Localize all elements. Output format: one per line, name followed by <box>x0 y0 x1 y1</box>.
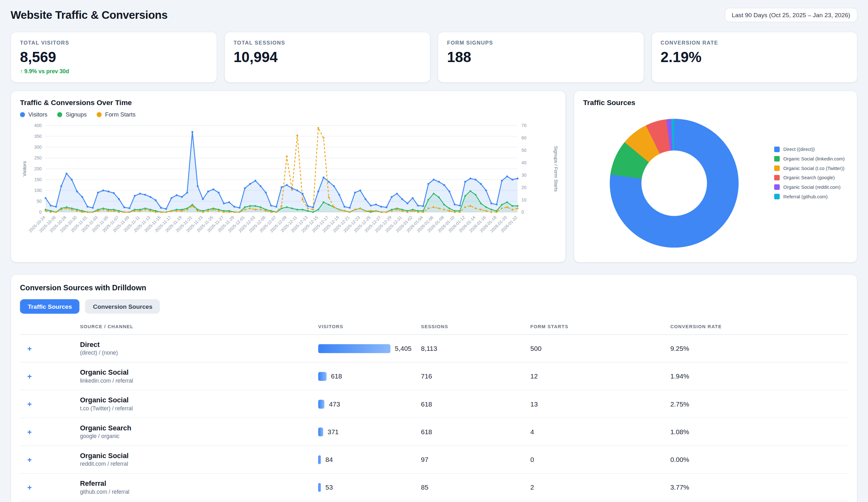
legend-label: Organic Social (t.co (Twitter)) <box>783 166 845 171</box>
visitors-cell: 5,405 <box>318 344 421 353</box>
swatch-icon <box>774 175 780 180</box>
table-row: + Organic Social linkedin.com / referral… <box>20 363 848 390</box>
kpi-label: TOTAL VISITORS <box>20 40 208 45</box>
svg-text:Visitors: Visitors <box>22 161 27 176</box>
traffic-sources-donut-chart[interactable] <box>610 119 739 248</box>
legend-item-visitors[interactable]: Visitors <box>20 111 48 118</box>
expand-row-button[interactable]: + <box>20 344 80 353</box>
table-header-conversion-rate: CONVERSION RATE <box>670 324 848 329</box>
timeseries-title: Traffic & Conversions Over Time <box>20 98 557 107</box>
form-starts-value: 12 <box>530 372 671 380</box>
legend-item-signups[interactable]: Signups <box>57 111 86 118</box>
source-channel: linkedin.com / referral <box>80 378 318 384</box>
tab-conversion-sources[interactable]: Conversion Sources <box>85 299 160 314</box>
svg-text:0: 0 <box>521 209 524 215</box>
kpi-row: TOTAL VISITORS 8,569 ↑ 9.9% vs prev 30d … <box>11 32 857 82</box>
source-cell: Organic Social t.co (Twitter) / referral <box>80 396 318 411</box>
sessions-value: 618 <box>421 400 530 408</box>
kpi-value: 8,569 <box>20 49 208 66</box>
source-name: Direct <box>80 341 318 348</box>
timeseries-card: Traffic & Conversions Over Time Visitors… <box>11 91 566 263</box>
sessions-value: 85 <box>421 483 530 491</box>
legend-label: Direct ((direct)) <box>783 146 815 152</box>
table-header-visitors: VISITORS <box>318 324 421 329</box>
visitors-value: 53 <box>326 483 333 491</box>
kpi-delta: ↑ 9.9% vs prev 30d <box>20 69 208 74</box>
visitors-bar <box>318 372 327 381</box>
source-cell: Organic Social linkedin.com / referral <box>80 369 318 384</box>
kpi-value: 2.19% <box>661 49 848 66</box>
legend-label: Referral (github.com) <box>783 194 828 199</box>
expand-row-button[interactable]: + <box>20 372 80 381</box>
svg-text:400: 400 <box>34 123 42 128</box>
svg-text:10: 10 <box>521 197 527 202</box>
table-row: + Organic Search google / organic 371 61… <box>20 418 848 446</box>
donut-legend-item-google[interactable]: Organic Search (google) <box>774 175 845 180</box>
form-starts-value: 13 <box>530 400 671 408</box>
visitors-bar <box>318 427 323 436</box>
swatch-icon <box>774 146 780 152</box>
conversion-rate-value: 1.94% <box>670 372 848 380</box>
donut-legend-item-linkedin[interactable]: Organic Social (linkedin.com) <box>774 156 845 161</box>
tab-traffic-sources[interactable]: Traffic Sources <box>20 299 80 314</box>
svg-text:Signups / Form Starts: Signups / Form Starts <box>554 146 558 192</box>
svg-text:60: 60 <box>521 135 527 140</box>
svg-text:150: 150 <box>34 177 42 182</box>
drilldown-tabs: Traffic Sources Conversion Sources <box>20 299 848 314</box>
visitors-value: 84 <box>326 456 333 463</box>
top-bar: Website Traffic & Conversions Last 90 Da… <box>11 8 857 22</box>
kpi-value: 188 <box>447 49 634 66</box>
table-row: + Organic Social reddit.com / referral 8… <box>20 446 848 474</box>
svg-text:100: 100 <box>34 188 42 193</box>
table-row: + Referral github.com / referral 53 85 2… <box>20 474 848 501</box>
source-channel: t.co (Twitter) / referral <box>80 405 318 411</box>
drilldown-title: Conversion Sources with Drilldown <box>20 284 848 292</box>
expand-row-button[interactable]: + <box>20 427 80 436</box>
donut-legend-item-reddit[interactable]: Organic Social (reddit.com) <box>774 184 845 190</box>
kpi-label: CONVERSION RATE <box>661 40 848 45</box>
source-name: Organic Social <box>80 369 318 376</box>
timeseries-chart[interactable]: 0501001502002503003504000102030405060702… <box>20 119 558 245</box>
table-header-sessions: SESSIONS <box>421 324 530 329</box>
visitors-bar <box>318 455 321 464</box>
table-header-row: SOURCE / CHANNEL VISITORS SESSIONS FORM … <box>20 316 848 335</box>
kpi-card-form-signups: FORM SIGNUPS 188 <box>437 32 644 82</box>
source-channel: reddit.com / referral <box>80 461 318 467</box>
donut-hole <box>641 150 707 216</box>
visitors-bar <box>318 399 324 408</box>
legend-label: Visitors <box>28 111 48 118</box>
table-row: + Organic Social t.co (Twitter) / referr… <box>20 390 848 418</box>
date-range-badge[interactable]: Last 90 Days (Oct 25, 2025 – Jan 23, 202… <box>724 8 857 22</box>
svg-text:200: 200 <box>34 166 42 171</box>
visitors-cell: 371 <box>318 427 421 436</box>
dashboard-root: Website Traffic & Conversions Last 90 Da… <box>0 0 868 502</box>
svg-text:350: 350 <box>34 134 42 139</box>
legend-item-form-starts[interactable]: Form Starts <box>97 111 136 118</box>
visitors-value: 371 <box>328 428 339 436</box>
dot-icon <box>57 112 62 117</box>
kpi-label: FORM SIGNUPS <box>447 40 634 45</box>
visitors-cell: 53 <box>318 483 421 491</box>
form-starts-value: 4 <box>530 428 671 436</box>
donut-legend-item-github[interactable]: Referral (github.com) <box>774 194 845 199</box>
source-channel: github.com / referral <box>80 489 318 495</box>
svg-text:30: 30 <box>521 172 527 178</box>
svg-text:50: 50 <box>37 199 42 204</box>
expand-row-button[interactable]: + <box>20 399 80 408</box>
visitors-bar <box>318 483 321 491</box>
page: Website Traffic & Conversions Last 90 Da… <box>0 0 868 502</box>
donut-legend-item-twitter[interactable]: Organic Social (t.co (Twitter)) <box>774 166 845 171</box>
expand-row-button[interactable]: + <box>20 455 80 464</box>
kpi-card-conversion-rate: CONVERSION RATE 2.19% <box>651 32 857 82</box>
expand-row-button[interactable]: + <box>20 483 80 491</box>
swatch-icon <box>774 166 780 171</box>
timeseries-legend: Visitors Signups Form Starts <box>20 111 557 118</box>
donut-legend-item-direct[interactable]: Direct ((direct)) <box>774 146 845 152</box>
dot-icon <box>97 112 102 117</box>
source-cell: Referral github.com / referral <box>80 480 318 495</box>
source-name: Organic Search <box>80 424 318 432</box>
traffic-sources-card: Traffic Sources Direct ((direct)) Organi… <box>574 91 857 263</box>
source-cell: Organic Social reddit.com / referral <box>80 452 318 467</box>
visitors-bar <box>318 344 390 353</box>
table-row: + Direct (direct) / (none) 5,405 8,113 5… <box>20 335 848 363</box>
